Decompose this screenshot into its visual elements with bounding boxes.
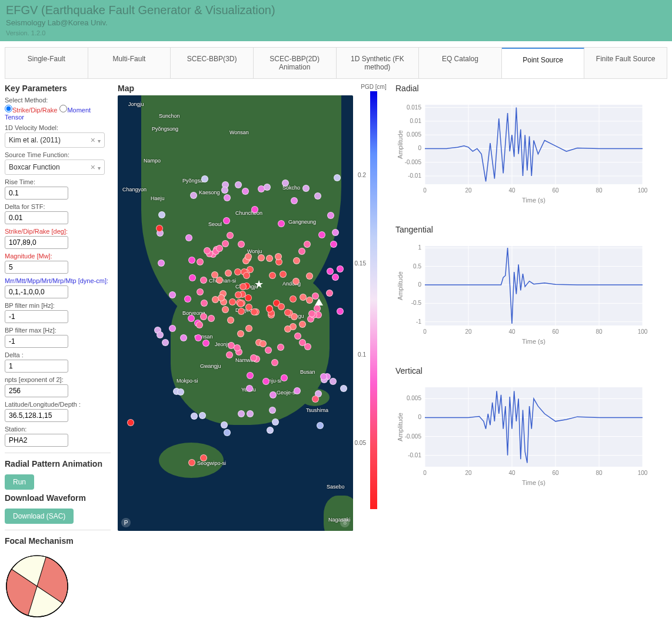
svg-text:Amplitude: Amplitude bbox=[397, 130, 404, 159]
svg-text:-1: -1 bbox=[416, 318, 421, 325]
vel-model-select[interactable]: Kim et al. (2011) ×▾ bbox=[5, 132, 105, 148]
colorbar-tick: 0.1 bbox=[358, 351, 366, 358]
rise-time-input[interactable] bbox=[5, 187, 68, 200]
tab-eq-catalog[interactable]: EQ Catalog bbox=[419, 48, 502, 78]
delta-label: Delta : bbox=[5, 351, 111, 358]
svg-text:100: 100 bbox=[638, 328, 648, 335]
station-label: Station: bbox=[5, 426, 111, 433]
svg-text:80: 80 bbox=[596, 470, 603, 476]
station-triangle-icon bbox=[315, 298, 323, 305]
svg-text:80: 80 bbox=[596, 187, 603, 194]
method-radios: Strike/Dip/RakeMoment Tensor bbox=[5, 105, 111, 121]
svg-text:0.005: 0.005 bbox=[407, 131, 421, 138]
clear-icon[interactable]: × bbox=[91, 135, 95, 145]
magnitude-label: Magnitude [Mw]: bbox=[5, 252, 111, 260]
download-button[interactable]: Download (SAC) bbox=[5, 509, 74, 524]
svg-text:60: 60 bbox=[552, 328, 559, 335]
radial-anim-title: Radial Pattern Animation bbox=[5, 459, 111, 468]
radial-chart[interactable]: 020406080100-0.01-0.00500.0050.010.015Ti… bbox=[395, 99, 648, 205]
colorbar-tick: 0.2 bbox=[358, 172, 366, 178]
tab-single-fault[interactable]: Single-Fault bbox=[5, 48, 88, 78]
svg-text:-0.005: -0.005 bbox=[405, 433, 422, 440]
map-attrib-icon[interactable]: ○ bbox=[340, 518, 350, 527]
radio-sdr-label: Strike/Dip/Rake bbox=[12, 107, 57, 114]
run-button[interactable]: Run bbox=[5, 474, 34, 490]
svg-text:20: 20 bbox=[465, 328, 472, 335]
station-input[interactable] bbox=[5, 434, 68, 447]
svg-text:0.005: 0.005 bbox=[407, 395, 421, 401]
tab-point-source[interactable]: Point Source bbox=[502, 48, 585, 78]
svg-text:60: 60 bbox=[552, 470, 559, 476]
radio-mt[interactable] bbox=[59, 105, 67, 112]
svg-text:20: 20 bbox=[465, 470, 472, 476]
svg-text:0: 0 bbox=[418, 414, 421, 420]
map-info-icon[interactable]: P bbox=[121, 518, 131, 527]
svg-text:40: 40 bbox=[508, 328, 515, 335]
magnitude-input[interactable] bbox=[5, 261, 68, 274]
latlon-label: Latitude/Longitude/Depth : bbox=[5, 401, 111, 408]
app-header: EFGV (Earthquake Fault Generator & Visua… bbox=[0, 0, 672, 42]
clear-icon[interactable]: × bbox=[91, 162, 95, 172]
select-method-label: Select Method: bbox=[5, 97, 111, 104]
colorbar-gradient bbox=[370, 91, 377, 509]
colorbar-title: PGD [cm] bbox=[359, 84, 388, 90]
vel-model-label: 1D Velocity Model: bbox=[5, 124, 111, 131]
svg-text:80: 80 bbox=[596, 328, 603, 335]
svg-text:Amplitude: Amplitude bbox=[397, 413, 404, 441]
stf-select[interactable]: Boxcar Function ×▾ bbox=[5, 160, 105, 175]
svg-text:Time (s): Time (s) bbox=[522, 338, 545, 345]
epicenter-star-icon: ★ bbox=[254, 278, 264, 291]
mt-input[interactable] bbox=[5, 285, 68, 298]
svg-text:20: 20 bbox=[465, 187, 472, 194]
tab-multi-fault[interactable]: Multi-Fault bbox=[88, 48, 171, 78]
svg-text:1: 1 bbox=[418, 244, 421, 251]
tangential-chart[interactable]: 020406080100-1-0.500.51Time (s)Amplitude bbox=[395, 240, 648, 346]
bp-max-label: BP filter max [Hz]: bbox=[5, 327, 111, 334]
beachball-diagram bbox=[5, 554, 69, 619]
bp-min-input[interactable] bbox=[5, 310, 68, 323]
delta-stf-label: Delta for STF: bbox=[5, 203, 111, 210]
tangential-chart-title: Tangential bbox=[395, 225, 667, 234]
npts-label: npts [exponent of 2]: bbox=[5, 376, 111, 383]
tab-1d-synth[interactable]: 1D Synthetic (FK method) bbox=[337, 48, 420, 78]
app-subtitle: Seismology Lab@Korea Univ. bbox=[6, 18, 666, 27]
svg-text:100: 100 bbox=[638, 187, 648, 194]
key-params-title: Key Parameters bbox=[5, 84, 111, 93]
svg-text:0.01: 0.01 bbox=[410, 118, 422, 124]
tab-scec-2d[interactable]: SCEC-BBP(2D) Animation bbox=[254, 48, 337, 78]
svg-text:0: 0 bbox=[418, 281, 421, 288]
svg-text:0.5: 0.5 bbox=[413, 263, 421, 270]
bp-max-input[interactable] bbox=[5, 335, 68, 348]
svg-text:Amplitude: Amplitude bbox=[397, 271, 404, 300]
bp-min-label: BP filter min [Hz]: bbox=[5, 302, 111, 309]
radio-sdr[interactable] bbox=[5, 105, 12, 112]
stf-value: Boxcar Function bbox=[9, 163, 60, 171]
vertical-chart-title: Vertical bbox=[395, 366, 667, 376]
mt-label: Mrr/Mtt/Mpp/Mrt/Mrp/Mtp [dyne-cm]: bbox=[5, 277, 111, 284]
svg-text:100: 100 bbox=[638, 470, 648, 476]
colorbar-tick: 0.05 bbox=[355, 440, 366, 446]
svg-text:60: 60 bbox=[552, 187, 559, 194]
delta-input[interactable] bbox=[5, 360, 68, 373]
vel-model-value: Kim et al. (2011) bbox=[9, 136, 61, 144]
map-canvas[interactable]: Jongju Sunchon Pyŏngsong Wonsan Nampo Ch… bbox=[118, 95, 353, 531]
tab-scec-3d[interactable]: SCEC-BBP(3D) bbox=[171, 48, 254, 78]
rise-time-label: Rise Time: bbox=[5, 178, 111, 185]
svg-text:0: 0 bbox=[423, 328, 427, 335]
svg-text:0.015: 0.015 bbox=[407, 104, 421, 111]
stf-label: Source Time Function: bbox=[5, 151, 111, 158]
sdr-input[interactable] bbox=[5, 236, 68, 249]
npts-input[interactable] bbox=[5, 384, 68, 397]
tab-finite-fault[interactable]: Finite Fault Source bbox=[584, 48, 667, 78]
vertical-chart[interactable]: 020406080100-0.01-0.00500.005Time (s)Amp… bbox=[395, 381, 648, 487]
chevron-down-icon: ▾ bbox=[98, 165, 101, 171]
svg-text:40: 40 bbox=[508, 187, 515, 194]
app-version: Version. 1.2.0 bbox=[6, 29, 666, 36]
svg-text:0: 0 bbox=[418, 145, 421, 151]
colorbar: PGD [cm] 0.2 0.15 0.1 0.05 bbox=[359, 84, 388, 519]
latlon-input[interactable] bbox=[5, 409, 68, 422]
app-title: EFGV (Earthquake Fault Generator & Visua… bbox=[6, 4, 666, 17]
download-title: Download Waveform bbox=[5, 493, 111, 503]
delta-stf-input[interactable] bbox=[5, 211, 68, 224]
svg-text:Time (s): Time (s) bbox=[522, 479, 545, 486]
